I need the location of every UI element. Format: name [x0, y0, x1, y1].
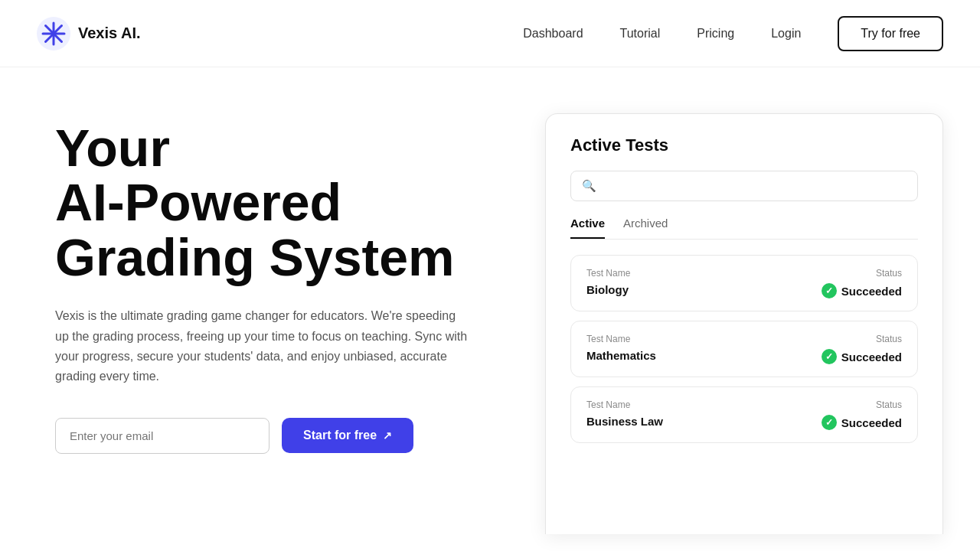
test-name-label-2: Test Name — [586, 334, 656, 344]
table-row: Test Name Business Law Status ✓ Succeede… — [570, 386, 918, 443]
navbar: Vexis AI. Dashboard Tutorial Pricing Log… — [0, 0, 980, 67]
test-name-label-3: Test Name — [586, 399, 663, 410]
status-label-3: Status — [876, 399, 902, 410]
dashboard-card: Active Tests 🔍 Active Archived Test Name… — [545, 113, 943, 534]
table-row: Test Name Biology Status ✓ Succeeded — [570, 255, 918, 311]
table-row: Test Name Mathematics Status ✓ Succeeded — [570, 321, 918, 377]
tab-archived[interactable]: Archived — [623, 217, 668, 239]
status-value-1: ✓ Succeeded — [822, 283, 902, 298]
logo-area: Vexis AI. — [37, 17, 141, 51]
tabs-row: Active Archived — [570, 217, 918, 240]
svg-point-5 — [51, 31, 57, 36]
vexis-logo-icon — [37, 17, 70, 51]
nav-tutorial[interactable]: Tutorial — [620, 27, 661, 41]
check-circle-icon-3: ✓ — [822, 415, 837, 430]
check-circle-icon-1: ✓ — [822, 283, 837, 298]
email-input[interactable] — [55, 418, 270, 454]
hero-heading: Your AI-Powered Grading System — [55, 121, 499, 285]
status-label-2: Status — [876, 334, 902, 344]
test-name-value-2: Mathematics — [586, 349, 656, 362]
status-value-3: ✓ Succeeded — [822, 415, 902, 430]
hero-section: Your AI-Powered Grading System Vexis is … — [0, 67, 980, 534]
test-name-label-1: Test Name — [586, 268, 630, 279]
brand-name: Vexis AI. — [78, 24, 141, 42]
cta-row: Start for free ↗ — [55, 418, 499, 454]
hero-right: Active Tests 🔍 Active Archived Test Name… — [545, 113, 943, 534]
dashboard-title: Active Tests — [570, 135, 918, 155]
nav-links: Dashboard Tutorial Pricing Login Try for… — [523, 16, 943, 51]
check-circle-icon-2: ✓ — [822, 349, 837, 364]
test-name-value-1: Biology — [586, 283, 630, 296]
arrow-icon: ↗ — [383, 429, 392, 442]
test-name-value-3: Business Law — [586, 415, 663, 428]
status-value-2: ✓ Succeeded — [822, 349, 902, 364]
nav-dashboard[interactable]: Dashboard — [523, 27, 583, 41]
nav-pricing[interactable]: Pricing — [697, 27, 734, 41]
status-label-1: Status — [876, 268, 902, 279]
hero-subtext: Vexis is the ultimate grading game chang… — [55, 306, 469, 387]
start-free-button[interactable]: Start for free ↗ — [282, 418, 413, 453]
nav-login[interactable]: Login — [771, 27, 801, 41]
hero-left: Your AI-Powered Grading System Vexis is … — [55, 113, 499, 454]
search-icon: 🔍 — [582, 179, 596, 193]
search-bar[interactable]: 🔍 — [570, 171, 918, 201]
nav-try-free-button[interactable]: Try for free — [838, 16, 943, 51]
tab-active[interactable]: Active — [570, 217, 605, 239]
